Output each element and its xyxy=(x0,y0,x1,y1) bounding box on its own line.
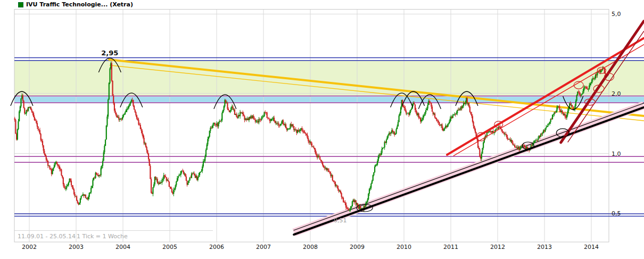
candle-body xyxy=(36,121,37,123)
candle-body xyxy=(31,110,32,112)
candle-body xyxy=(302,131,303,131)
candle-body xyxy=(157,179,158,183)
candle-body xyxy=(538,138,539,140)
plot-border xyxy=(14,10,609,243)
candle-body xyxy=(306,134,307,135)
candle-body xyxy=(125,112,126,114)
candle-body xyxy=(567,111,568,114)
candle-body xyxy=(109,83,110,99)
candle-body xyxy=(594,78,595,79)
high-label: 2,95 xyxy=(101,49,118,57)
candle-body xyxy=(415,104,416,110)
candle-body xyxy=(179,175,180,176)
candle-body xyxy=(474,126,475,129)
candle-body xyxy=(414,103,415,104)
candle-body xyxy=(418,113,419,118)
candle-body xyxy=(37,123,38,127)
candle-body xyxy=(38,129,39,130)
candle-body xyxy=(443,129,444,131)
candle-body xyxy=(582,91,583,94)
candle-body xyxy=(582,94,583,95)
candle-body xyxy=(568,108,569,111)
candle-body xyxy=(506,135,507,137)
candle-body xyxy=(194,173,195,175)
candle-body xyxy=(432,106,433,112)
candle-body xyxy=(92,180,93,186)
candle-body xyxy=(374,166,375,172)
candle-body xyxy=(55,163,56,165)
candle-body xyxy=(229,111,230,112)
candle-body xyxy=(197,177,199,180)
candle-body xyxy=(253,116,254,119)
candle-body xyxy=(342,197,343,197)
price-tick-label: 0,5 xyxy=(612,210,621,217)
candle-body xyxy=(205,150,207,157)
candle-body xyxy=(373,172,374,175)
candle-body xyxy=(304,132,305,133)
year-tick-label: 2012 xyxy=(490,244,505,250)
candle-body xyxy=(519,148,521,151)
candle-body xyxy=(127,108,128,109)
candle-body xyxy=(471,114,472,116)
candle-body xyxy=(392,130,393,132)
candle-body xyxy=(133,100,134,106)
year-tick-label: 2007 xyxy=(256,244,271,250)
candle-body xyxy=(581,95,582,96)
candle-body xyxy=(551,119,552,120)
candle-body xyxy=(340,191,341,193)
candle-body xyxy=(214,123,216,124)
candle-body xyxy=(185,173,186,176)
grid-layer xyxy=(14,10,609,243)
candle-body xyxy=(243,114,244,116)
candle-body xyxy=(212,126,213,128)
candle-body xyxy=(259,119,260,120)
candle-body xyxy=(212,123,213,126)
candle-body xyxy=(25,113,26,114)
candle-body xyxy=(589,85,590,89)
candle-body xyxy=(49,166,50,169)
candle-body xyxy=(148,154,149,160)
candle-body xyxy=(307,135,308,138)
candle-body xyxy=(281,124,282,124)
candle-body xyxy=(423,115,424,119)
candle-body xyxy=(144,138,145,144)
candle-body xyxy=(105,139,106,146)
instrument-header: IVU Traffic Technologie... (Xetra) xyxy=(18,1,133,8)
candle-body xyxy=(15,120,16,133)
candle-body xyxy=(52,171,53,174)
candle-body xyxy=(320,160,321,161)
candle-body xyxy=(68,182,69,185)
candle-body xyxy=(153,185,154,188)
candle-body xyxy=(176,181,177,185)
candle-body xyxy=(511,140,513,143)
candle-body xyxy=(76,196,77,200)
price-tick-label: 1,0 xyxy=(612,151,621,157)
year-tick-label: 2009 xyxy=(350,244,365,250)
candle-body xyxy=(318,156,319,157)
candle-body xyxy=(44,151,45,154)
candle-body xyxy=(14,118,15,120)
candle-body xyxy=(597,72,598,75)
candle-body xyxy=(370,188,371,189)
candle-body xyxy=(101,168,102,176)
candle-body xyxy=(546,127,547,128)
candle-body xyxy=(535,140,536,141)
candle-body xyxy=(465,103,466,104)
candle-body xyxy=(225,100,226,103)
candle-body xyxy=(232,106,233,110)
candle-body xyxy=(478,148,480,149)
candle-body xyxy=(367,199,368,202)
candle-body xyxy=(542,133,543,134)
candle-body xyxy=(586,87,587,89)
year-tick-label: 2003 xyxy=(69,244,84,250)
candle-body xyxy=(177,178,178,181)
candle-body xyxy=(62,176,63,178)
candle-body xyxy=(475,129,476,132)
candle-body xyxy=(188,180,189,182)
candle-body xyxy=(424,115,425,116)
instrument-title: IVU Traffic Technologie... (Xetra) xyxy=(26,1,133,8)
candle-body xyxy=(33,113,34,117)
year-tick-label: 2004 xyxy=(115,244,130,250)
candle-body xyxy=(67,185,68,186)
candle-body xyxy=(456,113,457,114)
